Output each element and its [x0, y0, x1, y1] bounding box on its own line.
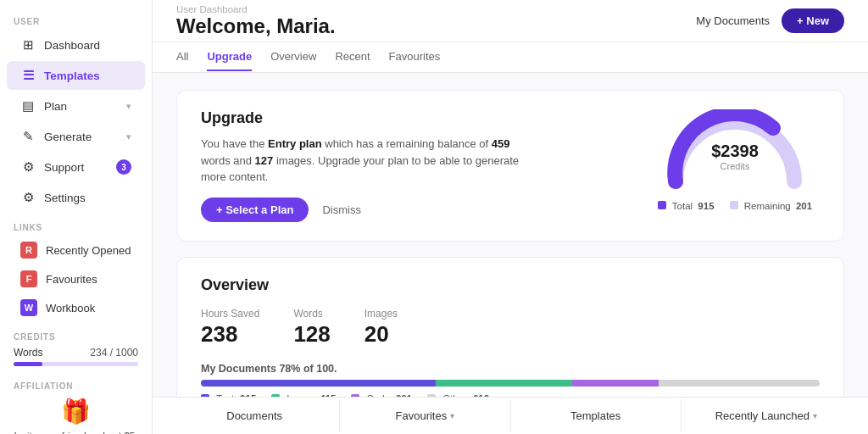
sidebar-item-settings[interactable]: ⚙ Settings	[7, 183, 145, 212]
bottom-tab-favourites[interactable]: Favourites ▾	[340, 399, 510, 432]
sidebar-item-label: Dashboard	[44, 39, 100, 52]
sidebar-link-label: Favourites	[46, 273, 97, 286]
affiliation-text: Invite your friend and get $5.	[14, 429, 138, 434]
upgrade-images-count: 127	[255, 154, 274, 167]
support-icon: ⚙	[20, 159, 36, 175]
overview-bottom-label: My Documents 78% of 100.	[201, 363, 820, 375]
stat-images-value: 20	[364, 321, 398, 348]
select-plan-button[interactable]: + Select a Plan	[201, 198, 309, 222]
stat-images-label: Images	[364, 308, 398, 320]
legend-remaining: Remaining 201	[730, 201, 813, 211]
affiliation-label: AFFILIATION	[14, 381, 138, 391]
total-value: 915	[698, 201, 714, 211]
upgrade-desc-start: You have the	[201, 137, 268, 150]
donut-legend: Total 915 Remaining 201	[658, 201, 812, 211]
main-content: User Dashboard Welcome, Maria. My Docume…	[153, 0, 868, 434]
templates-icon: ☰	[20, 68, 36, 83]
remaining-dot	[730, 201, 738, 209]
progress-other	[659, 380, 820, 387]
tab-favourites[interactable]: Favourites	[389, 43, 441, 71]
chevron-down-icon: ▾	[450, 411, 454, 420]
sidebar-item-generate[interactable]: ✎ Generate ▾	[7, 122, 145, 151]
words-count: 234 / 1000	[90, 347, 138, 359]
breadcrumb: User Dashboard	[176, 4, 336, 14]
my-docs-of: of 100.	[303, 363, 337, 375]
new-button[interactable]: + New	[782, 8, 844, 33]
upgrade-words-count: 459	[492, 137, 510, 150]
sidebar-item-dashboard[interactable]: ⊞ Dashboard	[7, 31, 145, 59]
stat-hours-value: 238	[201, 321, 259, 348]
bottom-tab-recently-launched-label: Recently Launched	[715, 409, 810, 422]
plan-icon: ▤	[20, 98, 36, 114]
sidebar-item-workbook[interactable]: W Workbook	[7, 294, 145, 321]
upgrade-desc-mid2: words and	[201, 154, 255, 167]
overview-card: Overview Hours Saved 238 Words 128 Image…	[176, 257, 844, 398]
bottom-tab-templates[interactable]: Templates	[511, 399, 682, 432]
settings-icon: ⚙	[20, 190, 36, 205]
dismiss-button[interactable]: Dismiss	[322, 203, 361, 216]
sidebar-link-label: Recently Opened	[46, 244, 131, 257]
chevron-down-icon: ▾	[126, 131, 131, 142]
my-docs-label: My Documents	[201, 363, 276, 375]
upgrade-desc-mid: which has a remaining balance of	[322, 137, 492, 150]
chevron-down-icon: ▾	[813, 411, 817, 420]
progress-image	[436, 380, 572, 387]
stat-words: Words 128	[293, 308, 330, 348]
donut-chart-container: $2398 Credits Total 915 Remaining 201	[650, 109, 820, 211]
gift-icon: 🎁	[14, 398, 138, 426]
my-docs-percent: 78%	[279, 363, 300, 375]
tabs-bar: All Upgrade Overview Recent Favourites	[153, 42, 868, 73]
bottom-tab-recently-launched[interactable]: Recently Launched ▾	[682, 399, 851, 432]
stat-hours-saved: Hours Saved 238	[201, 308, 259, 348]
bottom-tab-templates-label: Templates	[570, 409, 620, 422]
topbar-right: My Documents + New	[696, 8, 844, 33]
affiliation-section: AFFILIATION 🎁 Invite your friend and get…	[0, 373, 152, 434]
bottom-tab-favourites-label: Favourites	[396, 409, 448, 422]
sidebar-section-links: LINKS	[0, 213, 152, 236]
page-title: Welcome, Maria.	[176, 15, 336, 37]
sidebar-item-templates[interactable]: ☰ Templates	[7, 61, 145, 90]
sidebar-item-favourites[interactable]: F Favourites	[7, 265, 145, 292]
credits-bar-background	[14, 362, 138, 366]
my-documents-button[interactable]: My Documents	[696, 14, 770, 27]
progress-code	[572, 380, 659, 387]
stat-words-label: Words	[293, 308, 330, 320]
sidebar-item-label: Templates	[44, 70, 100, 82]
stat-hours-label: Hours Saved	[201, 308, 259, 320]
generate-icon: ✎	[20, 129, 36, 144]
workbook-avatar: W	[20, 299, 37, 316]
overview-title: Overview	[201, 276, 820, 294]
recently-opened-avatar: R	[20, 242, 37, 259]
donut-center: $2398 Credits	[711, 142, 759, 171]
bottom-tab-documents[interactable]: Documents	[170, 399, 340, 432]
dashboard-icon: ⊞	[20, 37, 36, 53]
sidebar-item-label: Settings	[44, 192, 86, 204]
topbar-left: User Dashboard Welcome, Maria.	[176, 4, 336, 37]
remaining-value: 201	[796, 201, 812, 211]
upgrade-title: Upgrade	[201, 109, 523, 127]
total-label: Total	[672, 201, 693, 211]
tab-all[interactable]: All	[176, 43, 188, 71]
favourites-avatar: F	[20, 270, 37, 287]
stat-images: Images 20	[364, 308, 398, 348]
sidebar-item-support[interactable]: ⚙ Support 3	[7, 153, 145, 181]
sidebar-item-label: Plan	[44, 100, 67, 113]
credits-bar-fill	[14, 362, 42, 366]
overview-stats: Hours Saved 238 Words 128 Images 20	[201, 308, 820, 348]
overview-bottom: My Documents 78% of 100. Text 915	[201, 363, 820, 398]
tab-overview[interactable]: Overview	[270, 43, 316, 71]
topbar: User Dashboard Welcome, Maria. My Docume…	[153, 0, 868, 42]
sidebar-link-label: Workbook	[46, 302, 95, 314]
tab-recent[interactable]: Recent	[335, 43, 370, 71]
total-dot	[658, 201, 666, 209]
sidebar-item-recently-opened[interactable]: R Recently Opened	[7, 236, 145, 264]
bottom-tabs-bar: Documents Favourites ▾ Templates Recentl…	[153, 397, 868, 434]
upgrade-actions: + Select a Plan Dismiss	[201, 198, 523, 222]
upgrade-left: Upgrade You have the Entry plan which ha…	[201, 109, 523, 222]
credits-label: CREDITS	[14, 332, 138, 342]
donut-chart: $2398 Credits	[663, 109, 807, 194]
tab-upgrade[interactable]: Upgrade	[207, 43, 252, 71]
stat-words-value: 128	[293, 321, 330, 348]
sidebar-item-plan[interactable]: ▤ Plan ▾	[7, 92, 145, 120]
donut-subtitle: Credits	[711, 161, 759, 171]
